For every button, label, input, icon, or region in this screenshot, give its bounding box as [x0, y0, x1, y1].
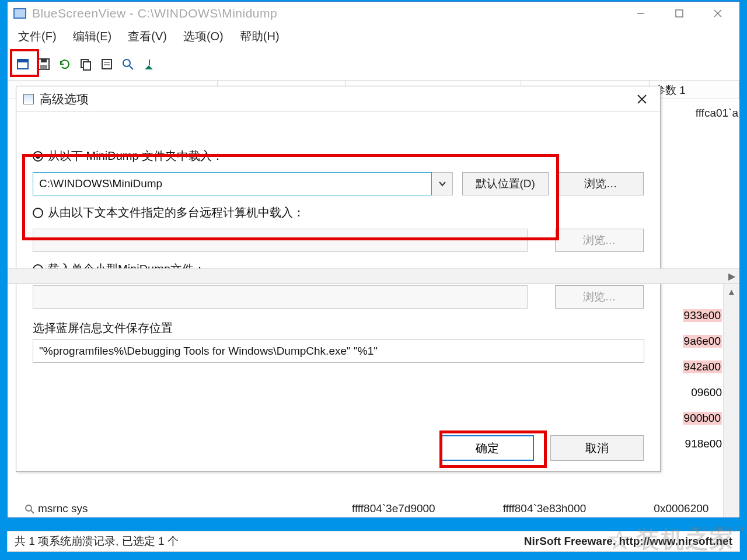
svg-rect-1	[676, 10, 683, 17]
browse-button-2[interactable]: 浏览…	[555, 229, 644, 252]
window-title: BlueScreenView - C:\WINDOWS\Minidump	[32, 6, 277, 20]
driver-row-fragment: msrnc sys	[24, 502, 88, 515]
app-icon	[13, 8, 26, 19]
dialog-close-button[interactable]	[631, 90, 653, 108]
cell-fragment: 942a00	[683, 360, 722, 373]
header-col-5[interactable]: 参数 1	[650, 80, 739, 99]
scroll-right-icon[interactable]: ▶	[725, 270, 738, 282]
main-window: BlueScreenView - C:\WINDOWS\Minidump 文件(…	[7, 1, 740, 518]
row-fragment: fffca01`a	[696, 104, 738, 123]
annotation-highlight	[22, 154, 559, 240]
menu-edit[interactable]: 编辑(E)	[73, 29, 112, 44]
cell-fragment: 918e00	[685, 438, 722, 450]
status-left: 共 1 项系统崩溃记录, 已选定 1 个	[15, 534, 179, 549]
find-icon[interactable]	[121, 57, 135, 71]
annotation-highlight	[10, 49, 39, 77]
maximize-button[interactable]	[660, 2, 699, 25]
gear-icon	[24, 503, 34, 514]
svg-point-18	[26, 505, 32, 511]
dialog-titlebar: 高级选项	[16, 86, 660, 112]
menu-view[interactable]: 查看(V)	[128, 29, 167, 44]
copy-icon[interactable]	[79, 57, 93, 71]
svg-rect-7	[41, 59, 47, 62]
browse-button-1[interactable]: 浏览…	[558, 172, 644, 195]
menu-options[interactable]: 选项(O)	[183, 29, 224, 44]
menu-help[interactable]: 帮助(H)	[240, 29, 280, 44]
svg-line-15	[130, 66, 133, 69]
svg-rect-11	[102, 60, 111, 69]
upper-horizontal-scrollbar[interactable]: ▶	[8, 268, 739, 284]
properties-icon[interactable]	[100, 57, 114, 71]
svg-line-19	[31, 510, 34, 513]
partial-column: 933e00 9a6e00 942a00 09600 900b00 918e00	[683, 303, 722, 457]
cell-fragment: 09600	[691, 386, 722, 399]
dialog-title: 高级选项	[40, 91, 89, 107]
minimize-button[interactable]	[622, 2, 660, 25]
cell-fragment: 933e00	[683, 309, 722, 322]
dialog-icon	[23, 94, 34, 104]
titlebar: BlueScreenView - C:\WINDOWS\Minidump	[8, 2, 739, 25]
watermark-url: www.lotpc.com	[689, 524, 743, 533]
content-area: 参数 1 fffca01`a 高级选项 从以下 MiniDump 文件夹中载入：	[8, 80, 739, 517]
window-controls	[622, 2, 737, 25]
svg-point-14	[123, 60, 130, 66]
menubar: 文件(F) 编辑(E) 查看(V) 选项(O) 帮助(H)	[8, 25, 739, 49]
menu-file[interactable]: 文件(F)	[18, 29, 57, 44]
cell-fragment: 9a6e00	[683, 335, 722, 348]
toolbar	[8, 49, 739, 80]
scroll-up-icon[interactable]: ▲	[724, 284, 739, 300]
lower-panel: ▲ 933e00 9a6e00 942a00 09600 900b00 918e…	[8, 284, 739, 517]
close-button[interactable]	[699, 2, 737, 25]
exit-icon[interactable]	[142, 57, 156, 71]
svg-rect-8	[40, 65, 47, 69]
star-icon: ☆	[608, 524, 633, 555]
svg-rect-10	[83, 62, 90, 70]
address-fragments: ffff804`3e7d9000 ffff804`3e83h000 0x0006…	[352, 502, 708, 515]
vertical-scrollbar[interactable]: ▲	[723, 284, 739, 517]
cell-fragment: 900b00	[683, 412, 722, 425]
refresh-icon[interactable]	[58, 57, 72, 71]
